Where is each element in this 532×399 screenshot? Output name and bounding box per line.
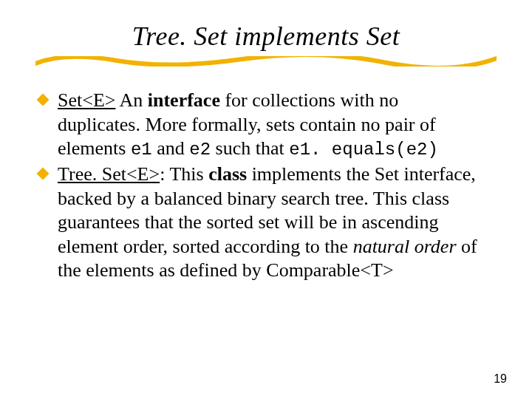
squiggle-icon [35, 56, 497, 66]
diamond-icon [37, 94, 50, 106]
code-text: e1. equals(e2) [289, 140, 438, 160]
bold-text: interface [148, 89, 220, 111]
italic-text: natural order [353, 236, 457, 257]
page-number: 19 [494, 372, 507, 386]
code-text: e2 [189, 140, 211, 160]
text: : This [160, 163, 208, 185]
bullet-item: Set<E> An interface for collections with… [58, 89, 482, 161]
slide-body: Set<E> An interface for collections with… [0, 66, 532, 283]
diamond-icon [37, 168, 50, 180]
slide: Tree. Set implements Set Set<E> An inter… [0, 0, 532, 399]
code-text: e1 [131, 140, 152, 160]
bold-text: class [208, 163, 247, 185]
link-treeset-e[interactable]: Tree. Set<E> [58, 163, 160, 185]
slide-title: Tree. Set implements Set [0, 0, 532, 52]
text: An [115, 89, 147, 111]
link-set-e[interactable]: Set<E> [58, 89, 115, 111]
text: such that [211, 137, 289, 159]
title-underline [35, 56, 497, 66]
bullet-item: Tree. Set<E>: This class implements the … [58, 163, 482, 283]
text: and [152, 137, 190, 159]
